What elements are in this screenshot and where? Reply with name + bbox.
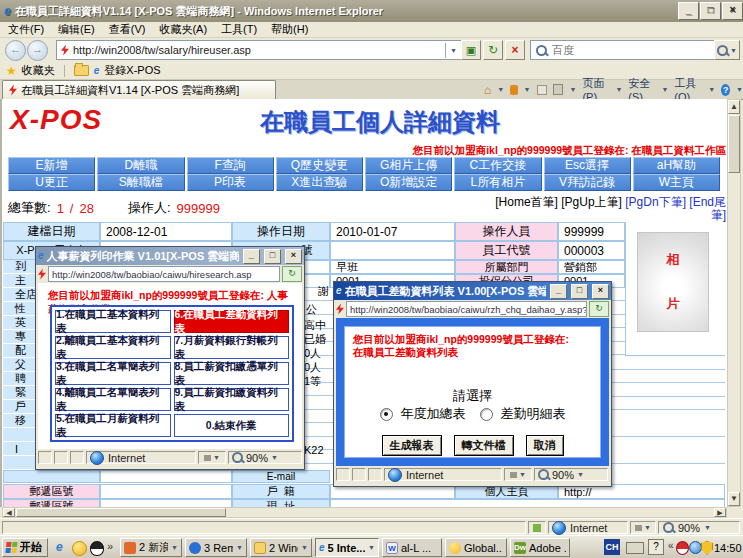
quicklaunch-smiley-icon[interactable] [72,541,87,556]
menu-item-7[interactable]: 7.月薪資料銀行對帳列表 [174,336,290,359]
btn-help[interactable]: aH幫助 [633,157,720,174]
task-button-word[interactable]: W al-L ... [382,538,442,557]
generate-report-button[interactable]: 生成報表 [382,435,442,456]
task-button-adobe[interactable]: Dw Adobe ... [510,538,570,557]
forward-button[interactable]: → [27,40,48,61]
vscroll-thumb[interactable] [728,115,740,173]
popup1-zoom[interactable]: 90%▼ [228,451,302,464]
btn-visit-log[interactable]: V拜訪記錄 [544,174,631,191]
menu-help[interactable]: 帮助(H) [271,22,308,37]
popup1-refresh-icon[interactable]: ↻ [282,266,302,282]
compatibility-button[interactable]: ▣ [461,40,481,60]
search-go-button[interactable]: ▼ [714,40,740,60]
btn-home[interactable]: W主頁 [633,174,720,191]
menu-item-2[interactable]: 2.離職員工基本資料列表 [55,336,171,359]
menu-file[interactable]: 文件(F) [8,22,44,37]
favorites-folder-icon[interactable] [74,65,89,76]
popup2-titlebar[interactable]: e 在職員工差勤資料列表 V1.00[X-POS 雲端商務... _ □ × [334,282,611,300]
popup2-close-button[interactable]: × [592,284,609,299]
tray-msn-icon[interactable] [689,541,702,554]
menu-item-0[interactable]: 0.結束作業 [174,414,290,437]
task-button-sinauc[interactable]: 2 新浪UC▼ [120,538,182,557]
cancel-button[interactable]: 取消 [526,435,564,456]
tray-overflow-icon[interactable]: « [668,540,674,551]
btn-history[interactable]: Q歷史變更 [276,157,363,174]
task-button-windows[interactable]: 2 Wind...▼ [250,538,312,557]
menu-tools[interactable]: 工具(T) [221,22,257,37]
btn-all-photos[interactable]: L所有相片 [454,174,541,191]
tray-shield-icon[interactable] [701,541,713,555]
radio-annual-selected[interactable] [380,408,393,421]
status-flag-segment[interactable]: ▼ [630,521,656,534]
popup1-maximize-button[interactable]: □ [264,249,281,264]
btn-add[interactable]: E新增 [8,157,95,174]
lang-help-icon[interactable]: ? [648,539,664,555]
btn-handover[interactable]: C工作交接 [454,157,541,174]
menu-item-9[interactable]: 9.員工薪資扣繳資料列表 [174,388,290,411]
zoom-control[interactable]: 90% ▼ [658,521,740,534]
btn-query[interactable]: F查詢 [187,157,274,174]
home-icon[interactable]: ⌂ [484,83,491,97]
btn-select[interactable]: Esc選擇 [544,157,631,174]
task-button-remote[interactable]: 3 Remo...▼ [185,538,247,557]
radio-annual-label[interactable]: 年度加總表 [401,405,466,423]
popup1-close-button[interactable]: × [285,249,302,264]
popup1-flag-segment[interactable]: ▼ [198,451,226,464]
menu-edit[interactable]: 编辑(E) [58,22,95,37]
btn-add-setting[interactable]: O新增設定 [365,174,452,191]
menu-item-8[interactable]: 8.員工薪資扣繳憑單列表 [174,362,290,385]
pager-pgup[interactable]: [PgUp上筆] [561,195,622,209]
window-titlebar[interactable]: e 在職員工詳細資料V1.14 [X-POS 雲端商務網] - Windows … [0,0,743,22]
popup2-url[interactable]: http://win2008/tw/baobiao/caiwu/rzh_chq_… [346,301,587,317]
task-button-global[interactable]: Global... [445,538,507,557]
feed-dropdown-icon[interactable]: ▼ [524,86,531,93]
address-dropdown-icon[interactable]: ▼ [445,43,461,58]
popup1-url[interactable]: http://win2008/tw/baobiao/caiwu/hiresear… [48,266,280,282]
popup2-refresh-icon[interactable]: ↻ [589,301,609,317]
print-dropdown-icon[interactable]: ▼ [569,86,576,93]
quicklaunch-overflow-icon[interactable]: » [107,540,113,552]
quicklaunch-qq-icon[interactable] [90,541,104,556]
back-button[interactable]: ← [5,40,26,61]
popup2-zoom[interactable]: 90%▼ [534,468,608,481]
favorites-label[interactable]: 收藏夹 [22,63,55,78]
feed-icon[interactable] [510,85,517,95]
mail-icon[interactable] [537,85,547,95]
search-input[interactable]: 百度 [530,40,719,60]
menu-favorites[interactable]: 收藏夹(A) [159,22,207,37]
btn-update[interactable]: U更正 [8,174,95,191]
quicklaunch-ie-icon[interactable]: e [56,541,63,553]
minimize-button[interactable]: _ [678,2,699,20]
radio-detail[interactable] [480,408,493,421]
btn-resign-file[interactable]: S離職檔 [97,174,184,191]
menu-item-6-selected[interactable]: 6.在職員工差勤資料列表 [174,310,290,333]
close-button[interactable]: × [722,2,743,20]
menu-item-1[interactable]: 1.在職員工基本資料列表 [55,310,171,333]
tab-active[interactable]: 在職員工詳細資料V1.14 [X-POS 雲端商務網] [2,80,276,99]
home-dropdown-icon[interactable]: ▼ [497,86,504,93]
popup1-titlebar[interactable]: e 人事薪資列印作業 V1.01[X-POS 雲端商務網] _ □ × [36,247,304,265]
export-file-button[interactable]: 轉文件檔 [454,435,514,456]
tray-qq-icon[interactable] [676,541,689,555]
popup2-maximize-button[interactable]: □ [571,284,588,299]
start-button[interactable]: 开始 [2,538,48,557]
scroll-down-icon[interactable]: ▼ [728,492,740,506]
btn-resign[interactable]: D離職 [97,157,184,174]
menu-item-3[interactable]: 3.在職員工名單簡表列表 [55,362,171,385]
maximize-button[interactable]: □ [700,2,721,20]
help-icon[interactable]: ? [721,84,730,96]
favorite-link[interactable]: 登錄X-POS [104,63,160,78]
pager-end[interactable]: [End尾筆] [689,195,726,222]
keyboard-icon[interactable] [626,542,644,554]
btn-inout-check[interactable]: X進出查驗 [276,174,363,191]
radio-detail-label[interactable]: 差勤明細表 [501,405,566,423]
menu-item-4[interactable]: 4.離職員工名單簡表列表 [55,388,171,411]
pager-pgdn[interactable]: [PgDn下筆] [625,195,686,209]
popup2-minimize-button[interactable]: _ [550,284,567,299]
menu-item-5[interactable]: 5.在職員工月薪資料列表 [55,414,171,437]
print-icon[interactable] [553,84,564,95]
hscroll-thumb[interactable] [16,508,226,517]
popup2-flag-segment[interactable]: ▼ [504,468,532,481]
popup1-minimize-button[interactable]: _ [243,249,260,264]
refresh-button[interactable]: ↻ [483,40,503,60]
